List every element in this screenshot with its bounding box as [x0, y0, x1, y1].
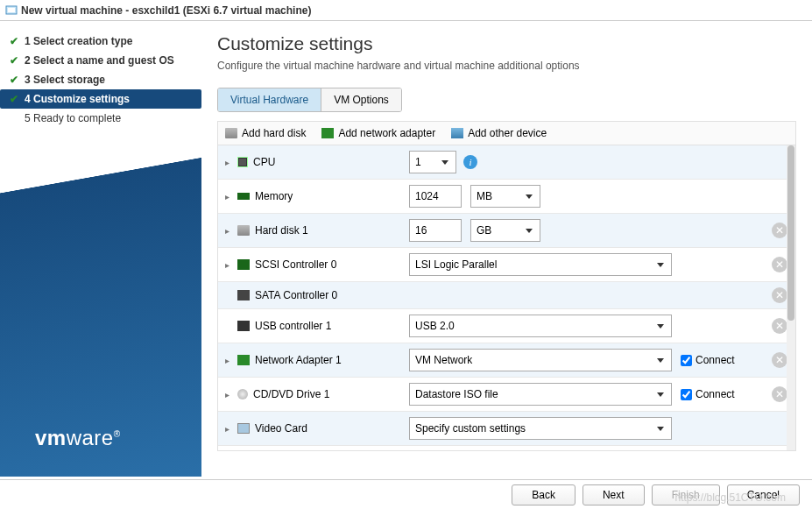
- remove-disk1-button[interactable]: ✕: [772, 223, 787, 238]
- device-toolbar: Add hard disk Add network adapter Add ot…: [217, 121, 796, 145]
- network-adapter-icon: [237, 355, 250, 365]
- memory-input[interactable]: [409, 185, 462, 208]
- remove-cd1-button[interactable]: ✕: [772, 386, 787, 402]
- row-label-memory: Memory: [255, 190, 293, 202]
- row-label-video: Video Card: [255, 422, 307, 435]
- row-label-sata0: SATA Controller 0: [255, 289, 337, 301]
- scsi-type-select[interactable]: LSI Logic Parallel: [409, 253, 672, 276]
- expand-icon[interactable]: ▸: [225, 226, 232, 236]
- vertical-scrollbar[interactable]: [787, 145, 795, 450]
- usb-type-select[interactable]: USB 2.0: [409, 315, 672, 337]
- step-5-ready-to-complete[interactable]: 5 Ready to complete: [0, 109, 201, 128]
- network-select[interactable]: VM Network: [409, 349, 672, 371]
- video-card-icon: [237, 423, 250, 434]
- add-network-adapter-button[interactable]: Add network adapter: [321, 127, 435, 139]
- window-titlebar: New virtual machine - esxchild1 (ESXi 6.…: [0, 0, 812, 21]
- cancel-button[interactable]: Cancel: [727, 484, 800, 505]
- scsi-icon: [237, 259, 250, 270]
- info-icon[interactable]: i: [463, 155, 477, 169]
- cd-dvd-icon: [237, 389, 248, 399]
- row-label-net1: Network Adapter 1: [255, 354, 342, 366]
- tabbar: Virtual Hardware VM Options: [217, 88, 402, 112]
- window-title: New virtual machine - esxchild1 (ESXi 6.…: [21, 4, 311, 17]
- check-icon: ✔: [9, 74, 19, 85]
- expand-icon[interactable]: ▸: [225, 260, 232, 270]
- disk-unit-select[interactable]: GB: [470, 219, 540, 242]
- tab-vm-options[interactable]: VM Options: [321, 88, 401, 111]
- hard-disk-icon: [237, 225, 250, 236]
- video-settings-select[interactable]: Specify custom settings: [409, 417, 672, 440]
- svg-rect-1: [8, 8, 15, 12]
- disk-size-input[interactable]: [409, 219, 462, 242]
- step-4-customize-settings[interactable]: ✔4 Customize settings: [0, 89, 201, 109]
- page-subtitle: Configure the virtual machine hardware a…: [217, 60, 796, 72]
- vm-icon: [5, 4, 18, 17]
- hardware-list-scroll: ▸CPU 1i ▸Memory MB ▸Hard disk 1 GB ✕ ▸SC…: [217, 145, 796, 451]
- vmware-logo: vmware®: [35, 426, 121, 450]
- expand-icon[interactable]: ▸: [225, 356, 232, 365]
- wizard-sidebar: ✔1 Select creation type ✔2 Select a name…: [0, 21, 201, 477]
- expand-icon[interactable]: ▸: [225, 424, 232, 434]
- remove-sata0-button[interactable]: ✕: [772, 287, 787, 303]
- step-1-select-creation-type[interactable]: ✔1 Select creation type: [0, 32, 201, 51]
- network-adapter-icon: [321, 128, 334, 138]
- next-button[interactable]: Next: [583, 484, 645, 505]
- cpu-icon: [237, 157, 248, 167]
- cpu-select[interactable]: 1: [409, 151, 456, 173]
- memory-unit-select[interactable]: MB: [470, 185, 540, 208]
- net-connect-checkbox[interactable]: Connect: [681, 354, 735, 366]
- row-label-scsi0: SCSI Controller 0: [255, 258, 336, 271]
- row-label-cpu: CPU: [253, 156, 275, 168]
- step-2-select-name-guest-os[interactable]: ✔2 Select a name and guest OS: [0, 51, 201, 70]
- cd-source-select[interactable]: Datastore ISO file: [409, 383, 672, 406]
- check-icon: ✔: [9, 94, 19, 104]
- cd-connect-checkbox[interactable]: Connect: [681, 388, 735, 400]
- finish-button: Finish: [652, 484, 720, 505]
- row-label-disk1: Hard disk 1: [255, 224, 308, 237]
- main-panel: Customize settings Configure the virtual…: [201, 21, 812, 477]
- expand-icon[interactable]: ▸: [225, 390, 232, 399]
- remove-net1-button[interactable]: ✕: [772, 352, 787, 368]
- usb-icon: [237, 321, 250, 331]
- scroll-thumb[interactable]: [787, 145, 794, 321]
- back-button[interactable]: Back: [512, 484, 575, 505]
- wizard-footer: Back Next Finish Cancel https://blog.51C…: [0, 479, 812, 509]
- row-label-cd1: CD/DVD Drive 1: [253, 388, 329, 400]
- check-icon: ✔: [9, 55, 19, 66]
- row-label-usb1: USB controller 1: [255, 320, 331, 332]
- sata-icon: [237, 290, 250, 300]
- remove-usb1-button[interactable]: ✕: [772, 318, 787, 334]
- device-icon: [451, 128, 463, 138]
- tab-virtual-hardware[interactable]: Virtual Hardware: [218, 88, 321, 111]
- step-3-select-storage[interactable]: ✔3 Select storage: [0, 70, 201, 89]
- memory-icon: [237, 193, 250, 200]
- hard-disk-icon: [225, 128, 237, 138]
- remove-scsi0-button[interactable]: ✕: [772, 257, 787, 272]
- expand-icon[interactable]: ▸: [225, 192, 232, 201]
- add-other-device-button[interactable]: Add other device: [451, 127, 547, 139]
- add-hard-disk-button[interactable]: Add hard disk: [225, 127, 306, 139]
- expand-icon[interactable]: ▸: [225, 158, 232, 167]
- check-icon: ✔: [9, 36, 19, 46]
- page-title: Customize settings: [217, 33, 796, 54]
